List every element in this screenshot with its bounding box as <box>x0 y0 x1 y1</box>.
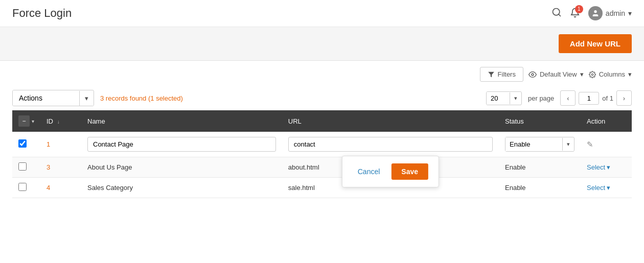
prev-page-button[interactable]: ‹ <box>560 90 576 106</box>
table-row: 1 Cancel Save <box>12 132 632 157</box>
svg-point-2 <box>594 10 596 13</box>
th-status-label: Status <box>505 117 524 125</box>
records-info: 3 records found (1 selected) <box>100 94 480 102</box>
next-page-button[interactable]: › <box>616 90 632 106</box>
per-page-dropdown-button[interactable]: ▾ <box>510 92 521 104</box>
bell-badge: 1 <box>575 5 583 13</box>
add-new-url-button[interactable]: Add New URL <box>559 34 632 53</box>
table-wrapper: − ▾ ID ↓ Name URL Status Ac <box>0 110 644 210</box>
row3-select-dropdown-icon[interactable]: ▾ <box>607 184 610 192</box>
default-view-button[interactable]: Default View ▾ <box>528 70 584 79</box>
row2-select-dropdown-icon[interactable]: ▾ <box>607 163 610 171</box>
th-url[interactable]: URL <box>282 110 499 132</box>
row2-status: Enable <box>499 157 581 178</box>
th-id-label: ID <box>47 117 53 125</box>
filters-label: Filters <box>498 70 516 78</box>
row3-name: Sales Category <box>81 178 282 198</box>
default-view-label: Default View <box>540 70 577 78</box>
per-page-wrapper: 20 50 100 ▾ <box>486 91 522 105</box>
filter-icon <box>488 71 495 78</box>
row1-status-select-wrapper: Enable Disable ▾ <box>505 137 574 152</box>
th-checkbox: − ▾ <box>12 110 40 132</box>
row1-action-cell: ✎ <box>581 132 632 157</box>
row3-checkbox-cell <box>12 178 40 198</box>
select-all-button[interactable]: − <box>18 115 30 127</box>
columns-dropdown-icon: ▾ <box>628 70 632 78</box>
table-row: 4 Sales Category sale.html Enable Select… <box>12 178 632 198</box>
cancel-button[interactable]: Cancel <box>353 164 385 179</box>
toolbar-bar: Add New URL <box>0 27 644 61</box>
data-table: − ▾ ID ↓ Name URL Status Ac <box>12 110 632 198</box>
row1-name-input[interactable] <box>87 137 276 152</box>
table-row: 3 About Us Page about.html Enable Select… <box>12 157 632 178</box>
per-page-label: per page <box>528 94 554 102</box>
row1-status-select[interactable]: Enable Disable <box>505 137 562 151</box>
row1-url-cell: Cancel Save <box>282 132 499 157</box>
row2-checkbox[interactable] <box>18 162 27 171</box>
columns-label: Columns <box>599 70 625 78</box>
svg-point-5 <box>591 74 593 76</box>
row3-action-cell: Select ▾ <box>581 178 632 198</box>
row3-status: Enable <box>499 178 581 198</box>
filters-button[interactable]: Filters <box>480 67 523 82</box>
row2-action-cell: Select ▾ <box>581 157 632 178</box>
table-header-row: − ▾ ID ↓ Name URL Status Ac <box>12 110 632 132</box>
popup-box: Cancel Save <box>342 156 439 187</box>
th-action[interactable]: Action <box>581 110 632 132</box>
page-number-input[interactable] <box>579 92 599 105</box>
search-button[interactable] <box>551 7 562 20</box>
row2-select-link[interactable]: Select ▾ <box>587 163 626 171</box>
actions-select[interactable]: Actions <box>13 90 79 106</box>
row1-checkbox[interactable] <box>18 139 27 148</box>
svg-point-4 <box>532 74 534 76</box>
pagination: 20 50 100 ▾ per page ‹ of 1 › <box>486 90 632 106</box>
header: Force Login 1 admin ▾ <box>0 0 644 27</box>
columns-button[interactable]: Columns ▾ <box>589 70 632 78</box>
select-dropdown-icon[interactable]: ▾ <box>32 118 34 124</box>
row1-status-dropdown-button[interactable]: ▾ <box>562 138 574 151</box>
user-dropdown-icon: ▾ <box>628 9 632 17</box>
actions-select-wrapper: Actions ▾ <box>12 90 94 106</box>
svg-marker-3 <box>488 71 494 77</box>
per-page-select[interactable]: 20 50 100 <box>487 92 510 105</box>
row3-checkbox[interactable] <box>18 183 27 191</box>
row1-url-input[interactable] <box>288 137 493 152</box>
th-id[interactable]: ID ↓ <box>40 110 81 132</box>
default-view-dropdown-icon: ▾ <box>580 70 584 78</box>
svg-line-1 <box>559 14 561 16</box>
user-avatar <box>588 6 603 20</box>
row1-edit-icon[interactable]: ✎ <box>587 140 593 149</box>
records-count: 3 records found <box>100 94 146 102</box>
actions-dropdown-button[interactable]: ▾ <box>79 91 94 106</box>
row3-select-link[interactable]: Select ▾ <box>587 184 626 192</box>
search-icon <box>551 7 562 17</box>
row2-id: 3 <box>40 157 81 178</box>
row1-id: 1 <box>40 132 81 157</box>
th-name[interactable]: Name <box>81 110 282 132</box>
row1-name-cell <box>81 132 282 157</box>
records-selected: (1 selected) <box>148 94 183 102</box>
user-name: admin <box>606 9 625 17</box>
controls-row: Filters Default View ▾ Columns ▾ <box>0 61 644 86</box>
row1-checkbox-cell <box>12 132 40 157</box>
actions-row: Actions ▾ 3 records found (1 selected) 2… <box>0 86 644 110</box>
notifications-bell[interactable]: 1 <box>570 8 580 19</box>
th-action-label: Action <box>587 117 605 125</box>
row3-id: 4 <box>40 178 81 198</box>
page-of-label: of 1 <box>602 94 613 102</box>
eye-icon <box>528 70 537 79</box>
gear-icon <box>589 71 596 78</box>
id-sort-icon: ↓ <box>57 119 60 125</box>
th-name-label: Name <box>87 117 105 125</box>
page-title: Force Login <box>12 7 72 20</box>
row2-checkbox-cell <box>12 157 40 178</box>
row2-name: About Us Page <box>81 157 282 178</box>
save-button[interactable]: Save <box>391 163 428 180</box>
th-url-label: URL <box>288 117 302 125</box>
user-icon <box>591 9 600 17</box>
header-actions: 1 admin ▾ <box>551 6 632 20</box>
row1-status-cell: Enable Disable ▾ <box>499 132 581 157</box>
user-menu[interactable]: admin ▾ <box>588 6 632 20</box>
th-status[interactable]: Status <box>499 110 581 132</box>
